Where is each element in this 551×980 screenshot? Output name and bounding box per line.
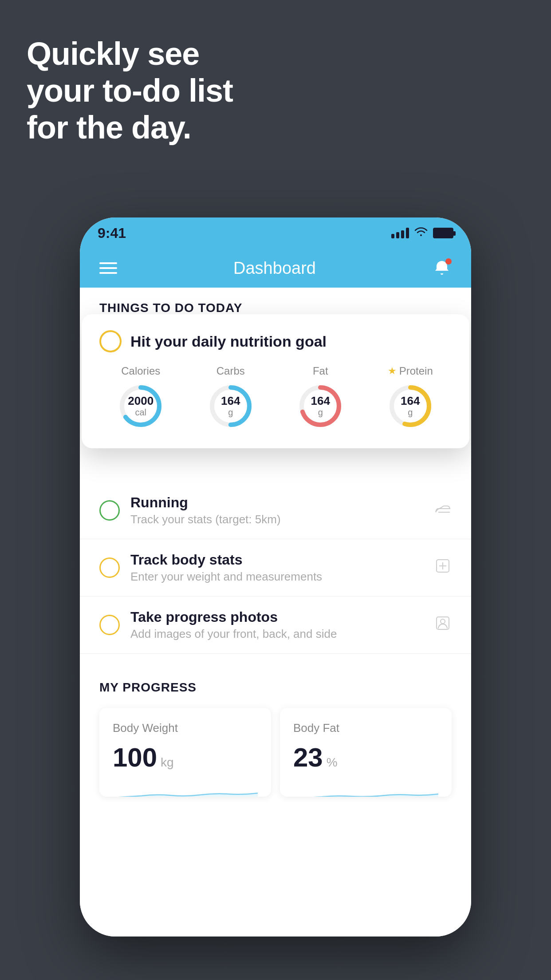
status-icons [391, 226, 453, 240]
fat-value: 164 [311, 395, 330, 407]
hamburger-menu[interactable] [99, 262, 117, 274]
battery-icon [433, 228, 453, 238]
phone-frame: 9:41 Dashboard [80, 217, 471, 937]
body-weight-chart [113, 780, 258, 797]
fat-label: Fat [313, 365, 328, 377]
fat-donut: 164 g [296, 382, 345, 431]
app-content: THINGS TO DO TODAY Hit your daily nutrit… [80, 288, 471, 937]
body-fat-value-row: 23 % [293, 742, 438, 773]
status-bar: 9:41 [80, 217, 471, 249]
protein-donut: 164 g [386, 382, 435, 431]
todo-item-running[interactable]: Running Track your stats (target: 5km) [80, 482, 471, 539]
nutrition-card: Hit your daily nutrition goal Calories 2… [82, 314, 469, 448]
carbs-unit: g [221, 407, 240, 418]
hero-title: Quickly see your to-do list for the day. [27, 36, 233, 146]
body-weight-card[interactable]: Body Weight 100 kg [99, 708, 271, 797]
body-fat-title: Body Fat [293, 721, 438, 735]
body-stats-subtitle: Enter your weight and measurements [130, 570, 434, 584]
scale-icon [434, 557, 452, 579]
protein-unit: g [401, 407, 420, 418]
carbs-center: 164 g [221, 395, 240, 418]
todo-item-photos[interactable]: Take progress photos Add images of your … [80, 597, 471, 654]
fat-unit: g [311, 407, 330, 418]
photos-text: Take progress photos Add images of your … [130, 609, 434, 641]
wifi-icon [414, 226, 428, 240]
carbs-label: Carbs [216, 365, 245, 377]
nutrition-carbs: Carbs 164 g [189, 365, 272, 431]
progress-header: MY PROGRESS [99, 680, 452, 695]
nav-bar: Dashboard [80, 249, 471, 288]
protein-value: 164 [401, 395, 420, 407]
body-fat-unit: % [327, 755, 338, 770]
running-subtitle: Track your stats (target: 5km) [130, 513, 434, 526]
body-weight-unit: kg [161, 755, 174, 770]
calories-donut: 2000 cal [116, 382, 165, 431]
task-circle-check[interactable] [99, 330, 122, 352]
carbs-donut: 164 g [206, 382, 255, 431]
calories-center: 2000 cal [128, 395, 153, 418]
protein-label: Protein [399, 365, 433, 377]
svg-point-12 [441, 619, 445, 624]
progress-section: MY PROGRESS Body Weight 100 kg [80, 663, 471, 806]
bell-button[interactable] [432, 258, 452, 278]
signal-icon [391, 228, 409, 238]
nutrition-calories: Calories 2000 cal [99, 365, 182, 431]
carbs-value: 164 [221, 395, 240, 407]
body-stats-circle [99, 557, 120, 578]
nutrition-protein: ★ Protein 164 g [369, 365, 452, 431]
todo-list: Running Track your stats (target: 5km) T… [80, 482, 471, 654]
photos-subtitle: Add images of your front, back, and side [130, 627, 434, 641]
person-icon [434, 614, 452, 636]
photos-circle [99, 615, 120, 635]
bell-notification-dot [445, 258, 452, 265]
calories-unit: cal [128, 407, 153, 418]
running-circle [99, 500, 120, 521]
running-shoe-icon [434, 500, 452, 522]
nutrition-grid: Calories 2000 cal Carbs [99, 365, 452, 431]
body-fat-chart [293, 780, 438, 797]
fat-center: 164 g [311, 395, 330, 418]
body-weight-value: 100 [113, 742, 157, 773]
status-time: 9:41 [98, 225, 126, 241]
protein-star-icon: ★ [388, 365, 397, 377]
body-stats-text: Track body stats Enter your weight and m… [130, 552, 434, 584]
nutrition-fat: Fat 164 g [279, 365, 362, 431]
running-title: Running [130, 494, 434, 511]
protein-label-row: ★ Protein [388, 365, 433, 377]
body-fat-card[interactable]: Body Fat 23 % [280, 708, 452, 797]
todo-item-body-stats[interactable]: Track body stats Enter your weight and m… [80, 539, 471, 597]
card-task-row: Hit your daily nutrition goal [99, 330, 452, 352]
body-fat-value: 23 [293, 742, 323, 773]
protein-center: 164 g [401, 395, 420, 418]
body-weight-value-row: 100 kg [113, 742, 258, 773]
body-stats-title: Track body stats [130, 552, 434, 568]
calories-value: 2000 [128, 395, 153, 407]
photos-title: Take progress photos [130, 609, 434, 625]
running-text: Running Track your stats (target: 5km) [130, 494, 434, 526]
card-task-title: Hit your daily nutrition goal [130, 333, 327, 350]
calories-label: Calories [121, 365, 160, 377]
body-weight-title: Body Weight [113, 721, 258, 735]
nav-title: Dashboard [233, 259, 316, 278]
progress-cards: Body Weight 100 kg Body Fat [99, 708, 452, 797]
